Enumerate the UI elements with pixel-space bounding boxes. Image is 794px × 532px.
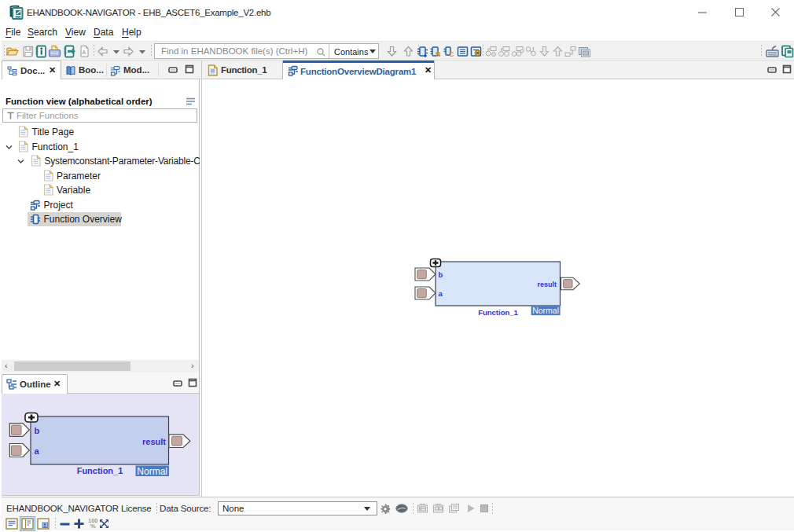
svg-text:a: a [439, 289, 443, 298]
svg-text:Normal: Normal [532, 306, 559, 315]
svg-text:b: b [439, 270, 443, 279]
svg-text:a: a [35, 446, 40, 456]
svg-text:result: result [537, 281, 557, 288]
svg-text:Function_1: Function_1 [77, 466, 123, 475]
svg-text:N: N [436, 50, 441, 58]
svg-text:result: result [142, 437, 166, 446]
svg-text:C: C [449, 50, 454, 58]
svg-text:b: b [35, 426, 40, 435]
svg-text:Function_1: Function_1 [478, 308, 518, 317]
svg-text:A: A [83, 50, 86, 55]
svg-text:Normal: Normal [137, 466, 167, 477]
